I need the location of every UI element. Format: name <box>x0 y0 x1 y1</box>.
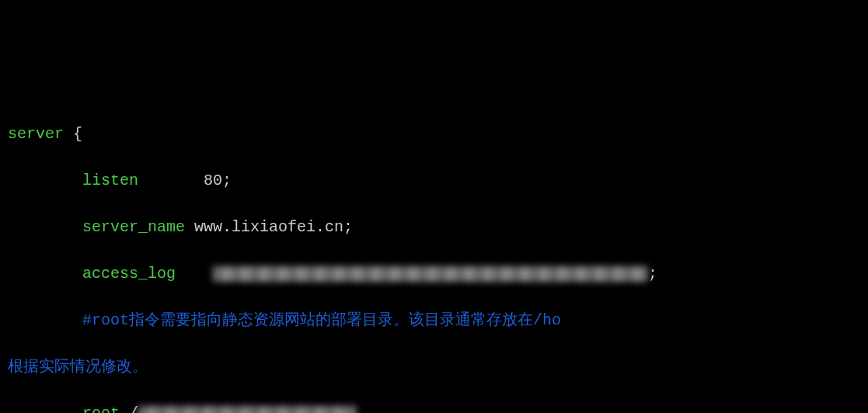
config-line-comment1: #root指令需要指向静态资源网站的部署目录。该目录通常存放在/ho <box>8 309 860 332</box>
config-line-listen: listen 80; <box>8 169 860 193</box>
keyword-servername: server_name <box>82 218 185 236</box>
config-line-accesslog: access_log ; <box>8 262 860 286</box>
terminal-output: server { listen 80; server_name www.lixi… <box>8 99 860 413</box>
keyword-server: server <box>8 125 64 143</box>
config-line-servername: server_name www.lixiaofei.cn; <box>8 216 860 239</box>
redacted-path <box>138 406 356 413</box>
keyword-root: root <box>82 404 120 413</box>
redacted-path <box>213 266 648 282</box>
comment-text: #root指令需要指向静态资源网站的部署目录。该目录通常存放在/ho <box>82 311 561 329</box>
comment-text: 根据实际情况修改。 <box>8 358 148 376</box>
keyword-listen: listen <box>82 172 138 189</box>
config-line-server: server { <box>8 123 860 146</box>
config-line-comment2: 根据实际情况修改。 <box>8 356 860 379</box>
keyword-accesslog: access_log <box>82 265 176 283</box>
config-line-root: root / <box>8 402 860 413</box>
